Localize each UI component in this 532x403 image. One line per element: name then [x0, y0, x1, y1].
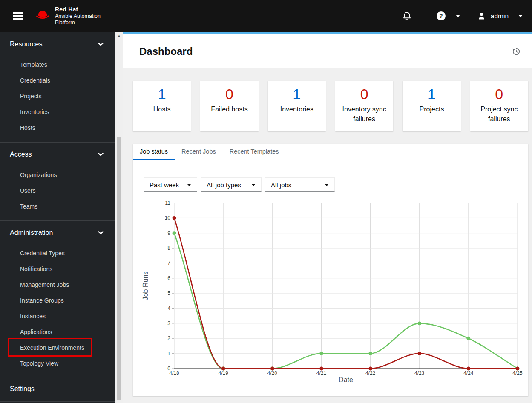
- sidebar-item-hosts[interactable]: Hosts: [0, 120, 115, 135]
- sidebar-group-label: Settings: [10, 385, 35, 393]
- tab-recent-templates[interactable]: Recent Templates: [223, 144, 286, 160]
- hamburger-icon[interactable]: [9, 7, 28, 26]
- sidebar-item-credential-types[interactable]: Credential Types: [0, 245, 115, 261]
- svg-text:4/24: 4/24: [463, 370, 474, 376]
- card-value: 0: [470, 85, 528, 103]
- sidebar-item-management-jobs[interactable]: Management Jobs: [0, 277, 115, 292]
- username-label: admin: [491, 12, 509, 20]
- summary-card-failed-hosts[interactable]: 0Failed hosts: [200, 81, 258, 131]
- chevron-down-icon: [98, 43, 104, 46]
- sidebar-item-organizations[interactable]: Organizations: [0, 167, 115, 183]
- dashboard-tabs: Job statusRecent JobsRecent Templates: [133, 144, 528, 160]
- history-icon: [512, 47, 521, 56]
- svg-text:4/22: 4/22: [365, 370, 376, 376]
- card-value: 0: [200, 85, 258, 103]
- card-label: Project sync failures: [470, 103, 528, 124]
- select-value: All jobs: [271, 181, 291, 189]
- select-value: All job types: [207, 181, 241, 189]
- svg-text:4/21: 4/21: [316, 370, 327, 376]
- svg-text:8: 8: [167, 245, 170, 251]
- sidebar-section-resources: ResourcesTemplatesCredentialsProjectsInv…: [0, 32, 115, 143]
- scrollbar-thumb[interactable]: [117, 137, 121, 400]
- sidebar-item-templates[interactable]: Templates: [0, 57, 115, 72]
- sidebar-item-notifications[interactable]: Notifications: [0, 261, 115, 277]
- card-label: Inventory sync failures: [335, 103, 393, 124]
- select-all-job-types[interactable]: All job types: [201, 177, 262, 192]
- sidebar-item-applications[interactable]: Applications: [0, 324, 115, 340]
- sidebar-item-instances[interactable]: Instances: [0, 308, 115, 324]
- question-circle-icon: ?: [437, 11, 446, 20]
- sidebar-group-label: Access: [10, 151, 32, 158]
- sidebar-nav: ResourcesTemplatesCredentialsProjectsInv…: [0, 32, 115, 403]
- notifications-button[interactable]: [400, 9, 414, 24]
- brand-name: Red Hat: [55, 6, 101, 13]
- svg-text:10: 10: [165, 215, 171, 221]
- card-value: 1: [133, 85, 191, 103]
- page-title: Dashboard: [139, 46, 193, 57]
- sidebar-item-topology-view[interactable]: Topology View: [0, 355, 115, 371]
- select-caret-down-icon: [251, 184, 256, 186]
- sidebar-item-credentials[interactable]: Credentials: [0, 72, 115, 88]
- sidebar-group-administration[interactable]: Administration: [0, 224, 115, 241]
- sidebar-item-teams[interactable]: Teams: [0, 198, 115, 214]
- select-caret-down-icon: [325, 184, 329, 186]
- top-navbar: Red Hat Ansible Automation Platform ? ad…: [0, 0, 532, 32]
- svg-text:Date: Date: [339, 376, 353, 383]
- sidebar-group-label: Resources: [10, 40, 42, 48]
- tab-recent-jobs[interactable]: Recent Jobs: [175, 144, 223, 160]
- summary-card-hosts[interactable]: 1Hosts: [133, 81, 191, 131]
- sidebar-item-users[interactable]: Users: [0, 183, 115, 198]
- tab-job-status[interactable]: Job status: [133, 144, 175, 160]
- sidebar-section-access: AccessOrganizationsUsersTeams: [0, 143, 115, 221]
- bell-icon: [402, 11, 412, 21]
- svg-text:1: 1: [167, 351, 170, 357]
- card-value: 0: [335, 85, 393, 103]
- brand-logo: Red Hat Ansible Automation Platform: [35, 6, 101, 26]
- card-value: 1: [403, 85, 460, 103]
- svg-text:4: 4: [167, 306, 170, 312]
- sidebar-item-projects[interactable]: Projects: [0, 88, 115, 104]
- select-caret-down-icon: [187, 184, 191, 186]
- select-value: Past week: [150, 181, 179, 189]
- sidebar-group-settings[interactable]: Settings: [0, 380, 115, 397]
- help-button[interactable]: ?: [434, 9, 448, 23]
- summary-card-inventories[interactable]: 1Inventories: [268, 81, 326, 131]
- user-caret-down-icon[interactable]: [518, 15, 523, 17]
- sidebar-item-execution-environments[interactable]: Execution Environments: [0, 340, 115, 355]
- sidebar-group-resources[interactable]: Resources: [0, 36, 115, 53]
- sidebar-group-access[interactable]: Access: [0, 146, 115, 163]
- summary-card-project-sync-failures[interactable]: 0Project sync failures: [470, 81, 528, 131]
- svg-text:6: 6: [167, 275, 170, 281]
- sidebar-items: OrganizationsUsersTeams: [0, 167, 115, 214]
- sidebar-group-label: Administration: [10, 229, 53, 237]
- svg-text:4/20: 4/20: [267, 370, 278, 376]
- select-past-week[interactable]: Past week: [144, 177, 197, 192]
- user-icon: [477, 11, 486, 20]
- sidebar-section-settings: Settings: [0, 377, 115, 402]
- chevron-down-icon: [98, 153, 104, 156]
- user-menu[interactable]: admin: [477, 11, 523, 20]
- sidebar-item-inventories[interactable]: Inventories: [0, 104, 115, 120]
- refresh-history-button[interactable]: [511, 46, 522, 57]
- summary-card-projects[interactable]: 1Projects: [403, 81, 460, 131]
- svg-text:4/23: 4/23: [414, 370, 425, 376]
- job-runs-line-chart: 012345678910114/184/194/204/214/224/234/…: [133, 197, 528, 390]
- svg-text:3: 3: [167, 320, 170, 326]
- sidebar-section-administration: AdministrationCredential TypesNotificati…: [0, 221, 115, 377]
- svg-text:9: 9: [167, 230, 170, 236]
- svg-text:11: 11: [165, 200, 171, 206]
- scroll-up-arrow-icon[interactable]: ▲: [115, 33, 123, 39]
- svg-text:Job Runs: Job Runs: [142, 272, 149, 300]
- sidebar-scrollbar[interactable]: ▲: [115, 32, 123, 403]
- redhat-fedora-icon: [35, 9, 51, 22]
- svg-text:5: 5: [167, 290, 170, 296]
- card-label: Failed hosts: [200, 103, 258, 114]
- page-header: Dashboard: [123, 34, 532, 68]
- help-caret-down-icon[interactable]: [456, 15, 460, 17]
- svg-text:4/25: 4/25: [512, 370, 523, 376]
- summary-card-inventory-sync-failures[interactable]: 0Inventory sync failures: [335, 81, 393, 131]
- svg-text:7: 7: [167, 260, 170, 266]
- select-all-jobs[interactable]: All jobs: [265, 177, 335, 192]
- sidebar-item-instance-groups[interactable]: Instance Groups: [0, 292, 115, 308]
- svg-text:4/19: 4/19: [218, 370, 228, 376]
